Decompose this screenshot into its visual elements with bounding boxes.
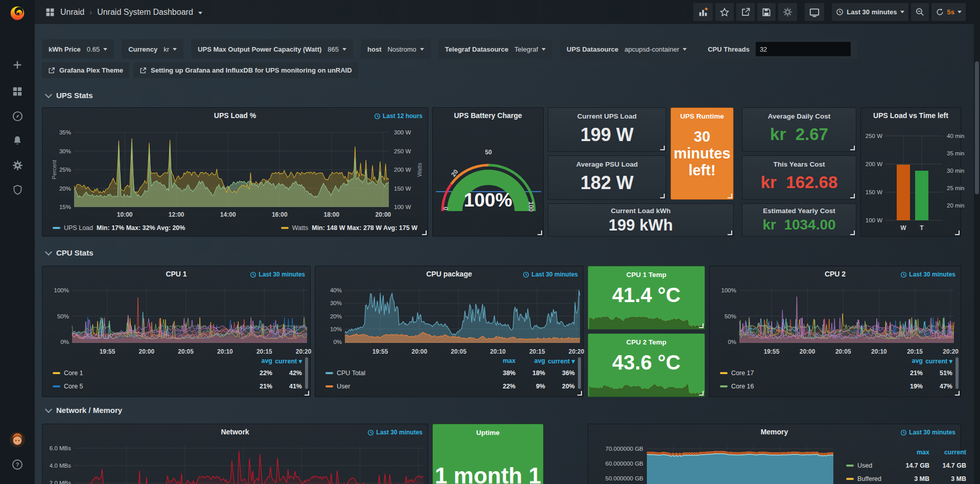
legend-header-max[interactable]: max	[893, 449, 929, 456]
stat-label[interactable]: CPU 1 Temp	[588, 271, 705, 279]
dashboard-title-caret-icon[interactable]	[198, 12, 202, 14]
variable-input[interactable]	[756, 42, 851, 56]
panel-resize-handle[interactable]	[850, 146, 855, 150]
grafana-logo[interactable]	[8, 4, 27, 22]
panel-resize-handle[interactable]	[728, 231, 732, 235]
add-panel-button[interactable]	[693, 3, 713, 21]
dashboard-link[interactable]: Grafana Plex Theme	[42, 62, 129, 78]
variable-telegraf-datasource[interactable]: Telegraf DatasourceTelegraf	[438, 39, 552, 59]
panel-resize-handle[interactable]	[699, 391, 704, 396]
legend-series-name[interactable]: Buffered	[857, 475, 881, 482]
panel-resize-handle[interactable]	[422, 231, 427, 235]
legend-header-avg[interactable]: avg	[243, 357, 272, 364]
panel-resize-handle[interactable]	[660, 146, 665, 150]
page-scrollbar-thumb[interactable]	[975, 61, 979, 194]
time-range-picker[interactable]: Last 30 minutes	[832, 3, 908, 21]
panel-resize-handle[interactable]	[699, 324, 704, 328]
ups-load-chart-plot[interactable]	[74, 132, 389, 207]
sidebar-item-explore[interactable]	[8, 107, 27, 125]
star-dashboard-button[interactable]	[715, 3, 734, 21]
stat-label[interactable]: Current Load kWh	[548, 207, 733, 215]
dashboard-link[interactable]: Setting up Grafana and InfluxDB for UPS …	[133, 62, 358, 78]
legend-scrollbar[interactable]	[578, 357, 581, 389]
stat-label[interactable]: Average PSU Load	[548, 160, 666, 168]
legend-header-current[interactable]: current ▾	[545, 357, 575, 365]
sidebar-item-help[interactable]: ?	[8, 455, 27, 474]
refresh-picker[interactable]: 5s	[931, 3, 966, 21]
legend-series-name[interactable]: CPU Total	[337, 370, 365, 377]
stat-label[interactable]: Average Daily Cost	[742, 112, 856, 120]
variable-ups-datasource[interactable]: UPS Datasourceapcupsd-container	[560, 39, 693, 59]
refresh-interval-label[interactable]: 5s	[947, 8, 954, 16]
panel-resize-handle[interactable]	[305, 391, 309, 396]
cpu1-chart-plot[interactable]	[72, 287, 307, 343]
variable-value[interactable]: 865	[328, 45, 346, 53]
sidebar-item-dashboards[interactable]	[8, 82, 27, 101]
variable-currency[interactable]: Currencykr	[122, 39, 183, 59]
sidebar-item-alerting[interactable]	[8, 131, 27, 150]
section-ups-stats[interactable]: UPS Stats	[46, 91, 93, 100]
legend-series-name[interactable]: UPS Load	[64, 224, 93, 232]
legend-header-current[interactable]: current ▾	[272, 357, 302, 365]
legend-header-max[interactable]: max	[486, 357, 516, 364]
panel-resize-handle[interactable]	[850, 231, 855, 235]
save-dashboard-button[interactable]	[757, 3, 776, 21]
memory-chart-plot[interactable]	[647, 445, 833, 484]
panel-resize-handle[interactable]	[955, 231, 960, 235]
sidebar-item-create[interactable]	[8, 56, 27, 74]
variable-value[interactable]: kr	[164, 45, 177, 53]
legend-header-avg[interactable]: avg	[893, 357, 923, 364]
dashboard-grid-icon[interactable]	[45, 7, 55, 17]
panel-resize-handle[interactable]	[955, 391, 960, 396]
share-dashboard-button[interactable]	[736, 3, 755, 21]
cpu-package-chart-plot[interactable]	[345, 287, 580, 343]
variable-ups-max-output-power-capacity-watt-[interactable]: UPS Max Output Power Capacity (Watt)865	[191, 39, 353, 59]
legend-header-avg[interactable]: avg	[516, 357, 545, 364]
stat-label[interactable]: This Years Cost	[742, 160, 856, 168]
stat-label[interactable]: Current UPS Load	[548, 112, 666, 120]
user-avatar[interactable]	[8, 430, 27, 449]
legend-series-name[interactable]: Core 5	[64, 383, 83, 390]
variable-value[interactable]: 0.65	[87, 45, 107, 53]
legend-series-name[interactable]: Used	[857, 462, 872, 469]
panel-resize-handle[interactable]	[577, 391, 582, 396]
variable-kwh-price[interactable]: kWh Price0.65	[42, 39, 114, 59]
variable-value[interactable]: Nostromo	[387, 45, 424, 53]
zoom-out-time-button[interactable]	[911, 3, 929, 21]
legend-series-name[interactable]: Core 16	[731, 383, 754, 390]
panel-title[interactable]: UPS Load %	[42, 111, 428, 120]
sidebar-item-server-admin[interactable]	[8, 180, 27, 199]
breadcrumb-folder[interactable]: Unraid	[60, 8, 84, 17]
panel-resize-handle[interactable]	[850, 194, 855, 198]
legend-series-name[interactable]: User	[337, 383, 350, 390]
legend-series-name[interactable]: Core 17	[731, 370, 754, 377]
sidebar-item-configuration[interactable]	[8, 156, 27, 174]
cpu2-chart-plot[interactable]	[739, 287, 954, 343]
variable-host[interactable]: hostNostromo	[361, 39, 431, 59]
legend-scrollbar[interactable]	[955, 357, 959, 389]
section-cpu-stats[interactable]: CPU Stats	[46, 248, 94, 257]
variable-value[interactable]: apcupsd-container	[624, 45, 687, 53]
legend-scrollbar[interactable]	[305, 357, 308, 389]
ups-battery-gauge[interactable]: 02050100	[433, 108, 544, 237]
variable-value[interactable]: Telegraf	[515, 45, 546, 53]
breadcrumb-dashboard-title[interactable]: Unraid System Dashboard	[97, 8, 193, 17]
stat-label[interactable]: Uptime	[433, 429, 543, 436]
legend-series-name[interactable]: Watts	[292, 224, 308, 232]
variable-label: host	[367, 45, 381, 53]
stat-label[interactable]: CPU 2 Temp	[588, 338, 705, 346]
dashboard-settings-button[interactable]	[778, 3, 797, 21]
panel-resize-handle[interactable]	[728, 194, 732, 198]
legend-series-name[interactable]: Core 1	[64, 370, 83, 377]
panel-resize-handle[interactable]	[538, 231, 542, 235]
page-scrollbar[interactable]	[974, 0, 980, 484]
legend-header-current[interactable]: current ▾	[923, 357, 952, 365]
network-chart-plot[interactable]	[74, 445, 424, 484]
cycle-view-mode-button[interactable]	[805, 3, 824, 21]
legend-header-current[interactable]: current	[929, 449, 966, 456]
section-network-memory[interactable]: Network / Memory	[46, 406, 122, 414]
variable-cpu-threads[interactable]: CPU Threads	[701, 39, 857, 59]
stat-label[interactable]: UPS Runtime	[671, 112, 733, 120]
panel-resize-handle[interactable]	[660, 194, 665, 198]
stat-label[interactable]: Estimated Yearly Cost	[742, 207, 856, 215]
